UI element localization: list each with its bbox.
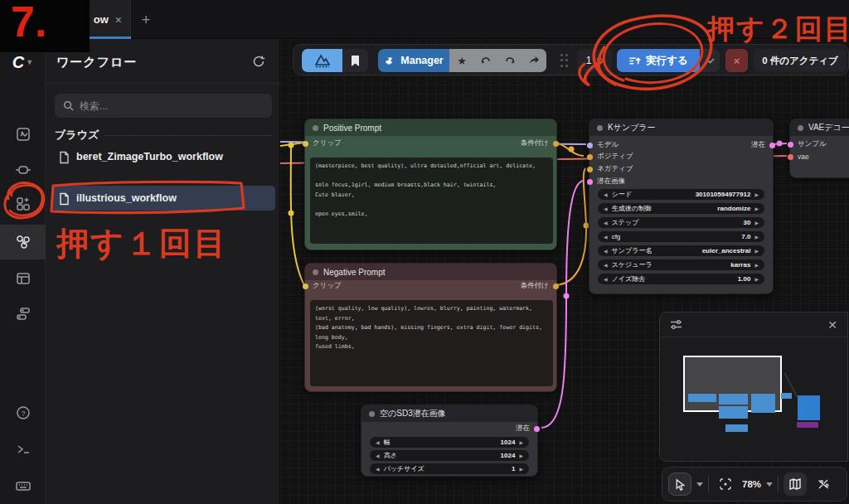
decrement-arrow-icon[interactable]: ◀: [604, 263, 608, 268]
widget-value[interactable]: randomize: [717, 205, 750, 212]
increment-arrow-icon[interactable]: ▶: [754, 249, 759, 254]
input-port-model[interactable]: モデル: [587, 140, 619, 150]
workflow-list-item[interactable]: beret_ZimageTurbo_workflow: [51, 147, 275, 167]
widget-value[interactable]: 1024: [501, 452, 516, 459]
node-header[interactable]: Positive Prompt: [305, 119, 556, 136]
sidebar-item-model-library[interactable]: [0, 187, 46, 221]
node-positive-prompt[interactable]: Positive Prompt クリップ 条件付け (masterpiece, …: [304, 119, 557, 250]
widget-scheduler[interactable]: ◀スケジューラkarras▶: [598, 259, 764, 270]
sidebar-item-help[interactable]: ?: [0, 395, 46, 430]
node-header[interactable]: Kサンプラー: [589, 119, 773, 136]
widget-width[interactable]: ◀幅1024▶: [370, 437, 529, 448]
bell-icon[interactable]: [474, 53, 498, 68]
new-tab-button[interactable]: +: [136, 10, 156, 30]
workflow-search-box[interactable]: [55, 94, 272, 118]
node-graph-canvas[interactable]: Positive Prompt クリップ 条件付け (masterpiece, …: [280, 39, 849, 504]
sidebar-item-node-templates[interactable]: [0, 296, 46, 331]
input-port-positive[interactable]: ポジティブ: [587, 152, 633, 162]
batch-count-spinner[interactable]: [596, 56, 603, 65]
collapse-dot-icon[interactable]: [313, 269, 318, 275]
decrement-arrow-icon[interactable]: ◀: [604, 249, 608, 254]
increment-arrow-icon[interactable]: ▶: [754, 206, 759, 211]
widget-value[interactable]: 30: [743, 219, 750, 226]
increment-arrow-icon[interactable]: ▶: [519, 440, 523, 445]
collapse-dot-icon[interactable]: [597, 125, 603, 131]
collapse-dot-icon[interactable]: [369, 411, 375, 417]
decrement-arrow-icon[interactable]: ◀: [376, 453, 380, 458]
cancel-button[interactable]: ×: [725, 49, 748, 72]
increment-arrow-icon[interactable]: ▶: [519, 453, 523, 458]
input-port-negative[interactable]: ネガティブ: [587, 164, 633, 174]
node-header[interactable]: Negative Prompt: [305, 264, 556, 280]
minimap-viewport-area[interactable]: [660, 337, 847, 461]
sidebar-item-terminal[interactable]: [0, 432, 46, 467]
run-options-chevron[interactable]: [700, 49, 720, 72]
input-port-latent-image[interactable]: 潜在画像: [587, 177, 625, 187]
increment-arrow-icon[interactable]: ▶: [754, 235, 759, 240]
zoom-chevron-icon[interactable]: [766, 482, 773, 487]
node-header[interactable]: 空のSD3潜在画像: [361, 405, 537, 422]
decrement-arrow-icon[interactable]: ◀: [376, 440, 380, 445]
widget-batch-size[interactable]: ◀バッチサイズ1▶: [370, 463, 529, 474]
widget-sampler-name[interactable]: ◀サンプラー名euler_ancestral▶: [598, 245, 764, 256]
input-port-samples[interactable]: サンプル: [788, 139, 827, 149]
widget-value[interactable]: 1: [512, 465, 515, 472]
widget-denoise[interactable]: ◀ノイズ除去1.00▶: [598, 274, 764, 284]
batch-count-input[interactable]: 1: [577, 49, 612, 72]
star-icon[interactable]: ★: [450, 55, 474, 67]
bookmark-button[interactable]: [342, 49, 368, 72]
decrement-arrow-icon[interactable]: ◀: [604, 277, 608, 282]
minimap-toggle-button[interactable]: [784, 472, 807, 496]
node-vae-decode[interactable]: VAEデコード サンプル vae: [789, 119, 849, 178]
widget-value[interactable]: 7.0: [741, 233, 750, 240]
widget-value[interactable]: 301010594977912: [696, 191, 751, 198]
zoom-level[interactable]: 78%: [742, 479, 761, 489]
workflow-list-item-selected[interactable]: illustrious_workflow: [51, 186, 275, 211]
decrement-arrow-icon[interactable]: ◀: [604, 192, 608, 197]
toggle-links-button[interactable]: [812, 472, 835, 496]
widget-steps[interactable]: ◀ステップ30▶: [598, 217, 764, 228]
widget-height[interactable]: ◀高さ1024▶: [370, 450, 529, 461]
output-port-conditioning[interactable]: 条件付け: [521, 281, 559, 291]
prompt-textarea[interactable]: (worst quality, low quality), lowres, bl…: [310, 300, 553, 386]
batch-count-value[interactable]: 1: [586, 55, 592, 66]
widget-control-after-generate[interactable]: ◀生成後の制御randomize▶: [598, 203, 764, 214]
sidebar-item-workflows[interactable]: [0, 225, 46, 259]
manager-button[interactable]: Manager: [378, 49, 449, 72]
widget-cfg[interactable]: ◀cfg7.0▶: [598, 231, 764, 242]
spinner-up-icon[interactable]: [596, 56, 603, 60]
input-port-clip[interactable]: クリップ: [303, 281, 342, 291]
increment-arrow-icon[interactable]: ▶: [754, 277, 759, 282]
widget-value[interactable]: karras: [730, 261, 750, 269]
increment-arrow-icon[interactable]: ▶: [754, 192, 759, 197]
decrement-arrow-icon[interactable]: ◀: [376, 467, 380, 472]
fit-view-button[interactable]: [714, 472, 737, 496]
sidebar-item-pipeline[interactable]: [0, 153, 46, 187]
node-negative-prompt[interactable]: Negative Prompt クリップ 条件付け (worst quality…: [304, 263, 557, 392]
node-empty-sd3-latent[interactable]: 空のSD3潜在画像 潜在 ◀幅1024▶ ◀高さ1024▶ ◀バッチサイズ1▶: [361, 405, 538, 477]
run-button[interactable]: 実行する: [617, 49, 700, 72]
share-arrow-icon[interactable]: [522, 53, 546, 68]
refresh-icon[interactable]: [252, 55, 265, 68]
sidebar-item-keyboard[interactable]: [0, 468, 46, 503]
display-options-icon[interactable]: [670, 318, 682, 331]
output-port-latent[interactable]: 潜在: [751, 140, 775, 150]
bell-icon[interactable]: [498, 53, 522, 68]
tab-close-icon[interactable]: ×: [115, 13, 122, 27]
pointer-tool-button[interactable]: [668, 472, 691, 496]
pointer-tool-chevron-icon[interactable]: [696, 482, 703, 487]
close-icon[interactable]: ✕: [827, 318, 837, 332]
spinner-down-icon[interactable]: [596, 62, 603, 65]
decrement-arrow-icon[interactable]: ◀: [604, 220, 608, 225]
increment-arrow-icon[interactable]: ▶: [754, 220, 759, 225]
node-ksampler[interactable]: Kサンプラー モデル ポジティブ ネガティブ 潜在画像 潜在 ◀シード30101…: [589, 119, 774, 294]
widget-value[interactable]: 1024: [501, 439, 516, 446]
drag-handle[interactable]: [560, 54, 570, 68]
decrement-arrow-icon[interactable]: ◀: [604, 235, 608, 240]
decrement-arrow-icon[interactable]: ◀: [604, 206, 608, 211]
widget-value[interactable]: 1.00: [738, 275, 751, 283]
prompt-textarea[interactable]: (masterpiece, best quality), ultra detai…: [310, 158, 553, 244]
node-header[interactable]: VAEデコード: [790, 119, 849, 136]
increment-arrow-icon[interactable]: ▶: [519, 467, 523, 472]
active-jobs-status[interactable]: 0 件のアクティブ: [754, 49, 847, 72]
